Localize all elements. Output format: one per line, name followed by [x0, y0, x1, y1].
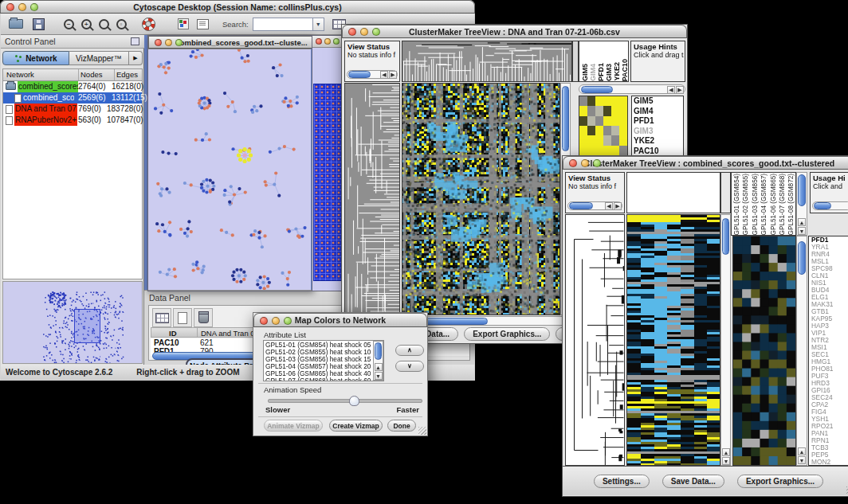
network-row-selected[interactable]: combined_sco 2569(6) 13112(15) [3, 92, 142, 104]
tv2-action-button[interactable]: Save Data... [662, 475, 724, 488]
scroll-up-icon[interactable]: ▲ [798, 447, 806, 455]
animation-speed-slider[interactable] [268, 396, 421, 404]
minimize-icon[interactable] [324, 38, 331, 45]
minimize-icon[interactable] [18, 3, 26, 11]
array-label[interactable]: GPL51-07 (GSM868) [778, 174, 787, 235]
tv2-column-dendrogram[interactable] [626, 172, 720, 213]
search-dropdown-icon[interactable]: ▼ [313, 18, 324, 31]
network-row-rnapubernov[interactable]: RNAPuberNov2+ 563(0) 107847(0) [3, 115, 142, 126]
tab-vizmapper[interactable]: VizMapper™ [69, 51, 129, 65]
gene-label[interactable]: PFD1 [634, 116, 683, 127]
gene-label[interactable]: GIM4 [634, 107, 683, 117]
attribute-list-scrollbar[interactable]: ▲ ▼ [373, 341, 383, 381]
tv2-action-button[interactable]: Export Graphics... [737, 475, 823, 488]
zoom-fit-icon[interactable] [95, 15, 112, 33]
array-label[interactable]: GIM5 [581, 64, 589, 81]
array-label[interactable]: GPL51-01 (GSM854) [732, 174, 741, 235]
tv2-action-button[interactable]: Settings... [594, 475, 650, 488]
minimize-icon[interactable] [360, 28, 368, 36]
minimize-icon[interactable] [581, 159, 589, 167]
network-canvas-wrap[interactable] [148, 49, 311, 290]
slider-thumb[interactable] [349, 396, 359, 406]
close-icon[interactable] [569, 159, 577, 167]
col-nodes[interactable]: Nodes [79, 69, 115, 80]
zoom-window-icon[interactable] [175, 39, 183, 46]
annotation-icon[interactable] [194, 15, 211, 33]
dense-grid-network[interactable] [313, 84, 344, 281]
close-icon[interactable] [6, 3, 14, 11]
array-label[interactable]: GPL51-08 (GSM872) [787, 174, 795, 235]
array-label[interactable]: GPL51-03 (GSM856) [751, 174, 760, 235]
gene-label[interactable]: YKE2 [634, 136, 683, 147]
gene-label[interactable]: MON2 [811, 459, 848, 466]
network-view-canvas[interactable] [148, 49, 311, 290]
done-button[interactable]: Done [387, 420, 416, 432]
close-icon[interactable] [348, 28, 356, 36]
zoom-out-icon[interactable]: − [60, 15, 77, 33]
array-label[interactable]: YKE2 [613, 62, 621, 81]
scroll-left-icon[interactable]: ◀ [605, 202, 613, 210]
treeview2-titlebar[interactable]: ClusterMaker TreeView : combined_scores_… [563, 156, 848, 170]
zoom-window-icon[interactable] [30, 3, 38, 11]
zoom-window-icon[interactable] [284, 317, 292, 325]
scroll-down-icon[interactable]: ▼ [722, 457, 730, 465]
array-label[interactable]: GIM3 [605, 64, 613, 81]
zoom-selected-icon[interactable]: ▫ [112, 15, 130, 33]
save-icon[interactable] [29, 15, 47, 33]
scroll-up-icon[interactable]: ▲ [722, 448, 730, 456]
scroll-up-icon[interactable]: ▲ [375, 363, 383, 371]
plugins-icon[interactable] [175, 15, 192, 33]
minimize-icon[interactable] [165, 39, 172, 46]
animate-vizmap-button[interactable]: Animate Vizmap [264, 420, 323, 432]
attribute-list-item[interactable]: GPL51-07 (GSM868) heat shock 60 min [265, 377, 383, 381]
tv1-heatmap[interactable] [402, 83, 560, 315]
array-label[interactable]: GPL51-02 (GSM855) [741, 174, 750, 235]
move-down-button[interactable]: ∨ [395, 361, 424, 372]
search-input[interactable] [253, 18, 313, 31]
main-titlebar[interactable]: Cytoscape Desktop (Session Name: collins… [0, 0, 475, 14]
scroll-up-icon[interactable]: ▲ [798, 218, 806, 226]
move-up-button[interactable]: ∧ [395, 345, 424, 356]
zoom-window-icon[interactable] [333, 38, 340, 45]
tv2-zoom-heatmap[interactable] [732, 236, 796, 466]
array-label[interactable]: GPL51-04 (GSM857) [760, 174, 768, 235]
tab-network[interactable]: Network [2, 51, 69, 65]
scroll-down-icon[interactable]: ▼ [798, 456, 806, 464]
scroll-down-icon[interactable]: ▼ [375, 372, 383, 380]
tv1-array-labels[interactable]: GIM5GIM4PFD1GIM3YKE2PAC10 [579, 41, 629, 82]
tv1-gene-list[interactable]: GIM5GIM4PFD1GIM3YKE2PAC10 [631, 96, 684, 158]
tv2-zoom-scrollbar[interactable]: ▲ ▼ [796, 236, 807, 466]
scroll-left-icon[interactable]: ◀ [380, 71, 388, 79]
network-row-dna-tran[interactable]: DNA and Tran 07 769(0) 183728(0) [3, 104, 142, 115]
create-vizmap-button[interactable]: Create Vizmap [329, 420, 383, 432]
tv1-zoom-matrix[interactable] [579, 96, 628, 156]
tv2-gene-list[interactable]: PFD1YRA1RNR4MSL1SPC98CLN1NIS1BUD4ELG1MAK… [808, 236, 848, 466]
close-icon[interactable] [155, 39, 162, 46]
col-network[interactable]: Network [3, 69, 79, 80]
tv1-matrix-hscrollbar[interactable]: ◀ ▶ [579, 84, 685, 94]
float-panel-icon[interactable] [131, 37, 139, 45]
tv2-array-labels[interactable]: GPL51-01 (GSM854)GPL51-02 (GSM855)GPL51-… [731, 172, 796, 236]
col-edges[interactable]: Edges [115, 69, 138, 80]
array-label[interactable]: GIM4 [589, 64, 597, 81]
table-icon[interactable] [152, 308, 171, 327]
scroll-down-icon[interactable]: ▼ [798, 227, 806, 235]
tv1-action-button[interactable]: Export Graphics... [464, 327, 550, 341]
tv2-labels-scrollbar[interactable]: ▲ ▼ [796, 172, 807, 236]
help-ring-icon[interactable] [139, 15, 157, 33]
network-frame-titlebar[interactable]: combined_scores_good.txt--cluste... [148, 36, 312, 49]
zoom-in-icon[interactable]: + [77, 15, 95, 33]
close-icon[interactable] [260, 317, 268, 325]
birdseye-canvas[interactable] [3, 282, 142, 363]
dialog-titlebar[interactable]: Map Colors to Network [253, 313, 427, 327]
grid-frame-titlebar[interactable] [312, 36, 344, 48]
tv1-column-dendrogram[interactable] [402, 41, 572, 82]
zoom-window-icon[interactable] [372, 28, 380, 36]
array-label[interactable]: GPL51-06 (GSM865) [769, 174, 778, 235]
tv2-usage-scrollbar[interactable] [812, 201, 848, 210]
scroll-right-icon[interactable]: ▶ [676, 86, 684, 94]
delete-attribute-icon[interactable] [194, 308, 213, 327]
minimize-icon[interactable] [272, 317, 280, 325]
treeview1-titlebar[interactable]: ClusterMaker TreeView : DNA and Tran 07-… [342, 25, 687, 38]
tv2-heatmap[interactable] [626, 214, 720, 466]
